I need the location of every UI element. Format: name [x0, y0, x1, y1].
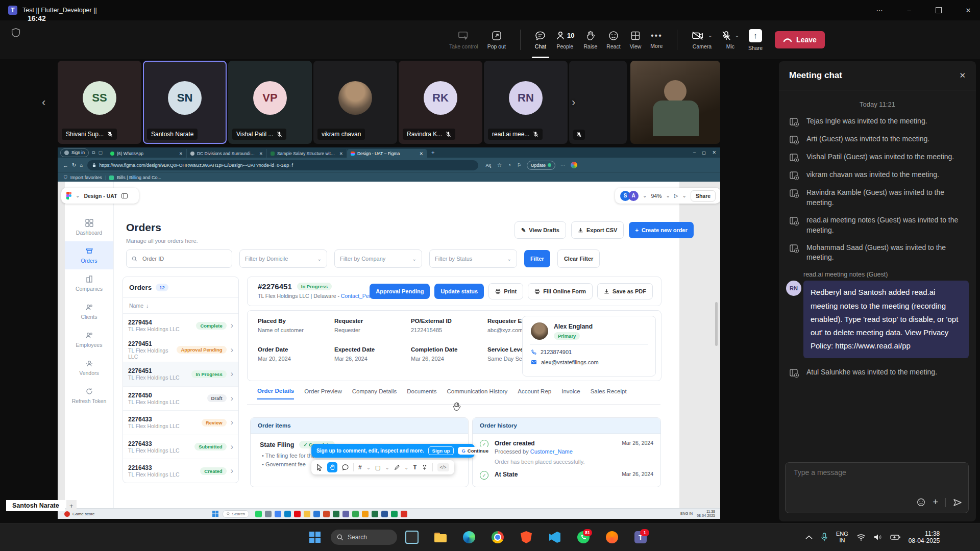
avatars-chevron-icon[interactable]: ⌄ — [643, 193, 647, 198]
camera-button[interactable]: ⌄ Camera — [692, 21, 712, 58]
whatsapp-icon[interactable]: 81 — [575, 529, 592, 546]
order-id-input[interactable] — [141, 255, 215, 262]
tab-order-preview[interactable]: Order Preview — [304, 388, 342, 399]
bookmark-import[interactable]: Import favorites — [70, 175, 102, 180]
collections-icon[interactable]: ⚐ — [517, 162, 522, 168]
window-minimize-icon[interactable]: – — [897, 0, 921, 20]
pop-out-button[interactable]: Pop out — [487, 21, 506, 58]
sidebar-item-vendors[interactable]: Vendors — [65, 354, 113, 382]
home-icon[interactable]: ⌂ — [80, 162, 83, 168]
tab-close-icon[interactable]: ✕ — [339, 151, 343, 156]
sidebar-item-orders[interactable]: Orders — [65, 241, 113, 269]
chat-input[interactable] — [793, 468, 958, 477]
shared-app-explorer[interactable] — [304, 511, 310, 517]
back-icon[interactable]: ← — [63, 162, 68, 168]
shape-tool-icon[interactable]: ▢ — [375, 464, 380, 471]
workspaces-icon[interactable]: ⧉ — [92, 150, 95, 156]
filter-button[interactable]: Filter — [524, 250, 550, 267]
orders-column-header[interactable]: Name↓ — [123, 298, 238, 314]
camera-chevron-icon[interactable]: ⌄ — [708, 33, 712, 38]
participant-tile-vishal[interactable]: VP Vishal Patil ... — [228, 61, 312, 144]
attach-plus-icon[interactable]: + — [933, 497, 938, 508]
canvas-scrollbar[interactable] — [715, 302, 718, 346]
zoom-chevron-icon[interactable]: ⌄ — [666, 193, 670, 198]
order-row-selected[interactable]: 2276451TL Flex Holdings LLC In Progress … — [123, 362, 238, 387]
browser-tab-dc-divisions[interactable]: DC Divisions and Surroundings✕ — [187, 149, 267, 158]
hand-tool-icon[interactable] — [327, 462, 337, 472]
tab-company-details[interactable]: Company Details — [352, 388, 397, 399]
filter-company-select[interactable]: Filter by Company⌄ — [334, 249, 422, 268]
sidebar-item-dashboard[interactable]: Dashboard — [65, 213, 113, 241]
shared-tray-lang[interactable]: ENG IN — [680, 512, 693, 516]
tab-close-icon[interactable]: ✕ — [420, 151, 423, 156]
sidebar-item-refresh-token[interactable]: Refresh Token — [65, 382, 113, 410]
create-new-order-button[interactable]: +Create new order — [629, 222, 693, 238]
shared-app-edge[interactable] — [284, 511, 291, 517]
sidebar-item-clients[interactable]: Clients — [65, 297, 113, 325]
shared-search-box[interactable]: Search — [223, 510, 249, 518]
export-csv-button[interactable]: Export CSV — [571, 221, 624, 239]
firefox-icon[interactable] — [603, 529, 621, 546]
contact-phone[interactable]: 2123874901 — [531, 349, 655, 355]
contact-email[interactable]: alex@vstatefilings.com — [531, 359, 655, 365]
participant-tile-camera-on[interactable] — [630, 61, 720, 144]
tray-mic-active-icon[interactable] — [821, 533, 828, 542]
shared-app-whatsapp[interactable] — [255, 511, 262, 517]
shared-app-excel-2[interactable] — [372, 511, 378, 517]
refresh-icon[interactable]: ↻ — [72, 162, 76, 168]
emoji-icon[interactable] — [917, 498, 925, 507]
tab-close-icon[interactable]: ✕ — [179, 151, 183, 156]
people-button[interactable]: 10 People — [555, 21, 574, 58]
tab-invoice[interactable]: Invoice — [561, 388, 580, 399]
chevron-down-icon[interactable]: ⌄ — [385, 465, 389, 470]
save-as-pdf-button[interactable]: Save as PDF — [597, 283, 653, 299]
browser-tab-excel[interactable]: Sample Salary Structure with calc✕ — [267, 149, 347, 158]
banner-signup-button[interactable]: Sign up — [428, 446, 454, 455]
move-tool-icon[interactable] — [316, 464, 323, 471]
browser-close-icon[interactable]: ✕ — [712, 150, 716, 155]
shared-app-word[interactable] — [381, 511, 388, 517]
chrome-icon[interactable] — [489, 529, 506, 546]
window-close-icon[interactable]: ✕ — [957, 0, 980, 20]
shared-app-excel[interactable] — [333, 511, 339, 517]
order-row[interactable]: 2276433TL Flex Holdings LLC Review › — [123, 411, 238, 435]
strip-next-icon[interactable]: › — [572, 96, 575, 109]
bookmark-bills[interactable]: Bills | Billing and Co... — [117, 175, 161, 180]
chevron-down-icon[interactable]: ⌄ — [366, 465, 371, 470]
tab-account-rep[interactable]: Account Rep — [518, 388, 551, 399]
order-row[interactable]: 2276450TL Flex Holdings LLC Draft › — [123, 387, 238, 411]
order-row[interactable]: 2279451TL Flex Holdings LLC Approval Pen… — [123, 338, 238, 363]
print-button[interactable]: Print — [488, 283, 523, 299]
sidebar-item-employees[interactable]: Employees — [65, 325, 113, 354]
shared-start-icon[interactable] — [212, 511, 218, 517]
figma-share-button[interactable]: Share — [691, 190, 716, 202]
react-button[interactable]: React — [606, 21, 620, 58]
read-aloud-icon[interactable]: Aӽ — [485, 163, 491, 168]
participant-tile-vikram[interactable]: vikram chavan — [313, 61, 397, 144]
participant-tile-readai[interactable]: RN read.ai mee... — [484, 61, 568, 144]
order-row[interactable]: 2279454TL Flex Holdings LLC Complete › — [123, 314, 238, 338]
tray-battery-icon[interactable] — [890, 534, 900, 540]
raise-hand-button[interactable]: Raise — [583, 21, 597, 58]
tray-clock[interactable]: 11:3808-04-2025 — [909, 530, 940, 545]
zoom-level[interactable]: 94% — [651, 193, 662, 199]
view-button[interactable]: View — [630, 21, 642, 58]
browser-maximize-icon[interactable]: ▢ — [702, 151, 706, 155]
new-tab-icon[interactable]: + — [431, 149, 434, 156]
update-status-button[interactable]: Update status — [434, 284, 484, 299]
collaborator-avatar[interactable]: A — [628, 191, 639, 201]
tab-sales-receipt[interactable]: Sales Receipt — [591, 388, 627, 399]
shared-app-netflix[interactable] — [294, 511, 301, 517]
sidebar-item-companies[interactable]: Companies — [65, 269, 113, 297]
strip-prev-icon[interactable]: ‹ — [42, 96, 45, 109]
participant-tile-partial[interactable] — [569, 61, 627, 144]
order-row[interactable]: 2216433TL Flex Holdings LLC Created › — [123, 459, 238, 483]
participant-tile-santosh[interactable]: SN Santosh Narate — [143, 61, 227, 144]
shared-app[interactable] — [391, 511, 398, 517]
tray-language[interactable]: ENGIN — [836, 531, 848, 544]
shared-app-teams[interactable] — [342, 511, 349, 517]
filter-domicile-select[interactable]: Filter by Domicile⌄ — [239, 249, 327, 268]
chevron-down-icon[interactable]: ⌄ — [404, 465, 408, 470]
window-maximize-icon[interactable] — [927, 0, 950, 20]
shared-app-photos[interactable] — [265, 511, 272, 517]
